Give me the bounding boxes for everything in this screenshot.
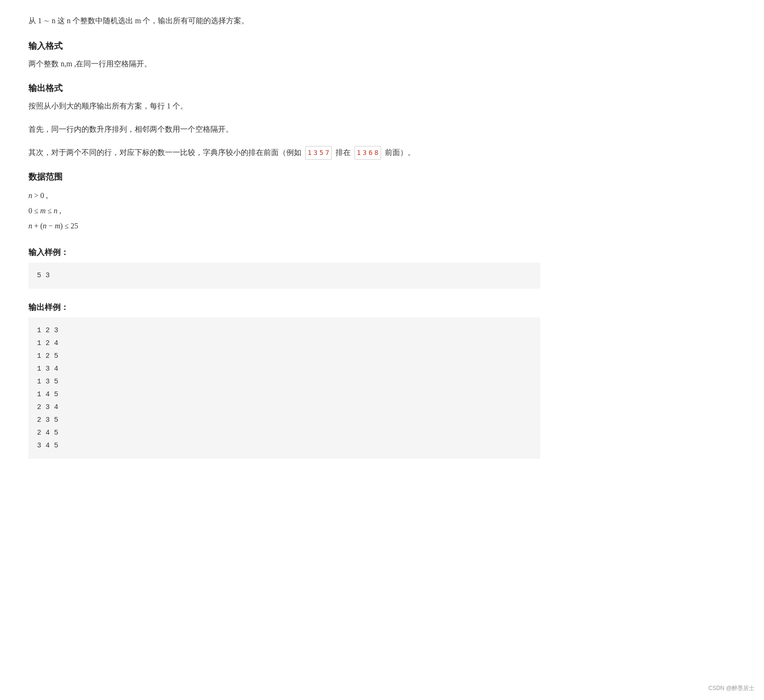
example2-num2: 3: [363, 147, 366, 159]
example1-num3: 5: [319, 147, 323, 159]
list-item: 1 4 5: [37, 388, 532, 401]
output-format-section: 输出格式 按照从小到大的顺序输出所有方案，每行 1 个。 首先，同一行内的数升序…: [28, 82, 540, 160]
list-item: 1 3 4: [37, 363, 532, 375]
list-item: 1 2 4: [37, 337, 532, 350]
example2-num3: 6: [369, 147, 373, 159]
output-sample-section: 输出样例： 1 2 31 2 41 2 51 3 41 3 51 4 52 3 …: [28, 302, 540, 459]
list-item: 2 4 5: [37, 427, 532, 439]
input-sample-content: 5 3: [28, 263, 540, 289]
list-item: 3 4 5: [37, 439, 532, 452]
output-format-line3: 其次，对于两个不同的行，对应下标的数一一比较，字典序较小的排在前面（例如 1 3…: [28, 146, 540, 160]
data-range-line3: n + (n − m) ≤ 25: [28, 218, 540, 234]
output-format-line3-prefix: 其次，对于两个不同的行，对应下标的数一一比较，字典序较小的排在前面（例如: [28, 148, 301, 156]
output-format-line1: 按照从小到大的顺序输出所有方案，每行 1 个。: [28, 100, 540, 113]
list-item: 1 2 5: [37, 350, 532, 363]
list-item: 1 2 3: [37, 324, 532, 337]
list-item: 2 3 4: [37, 401, 532, 414]
input-format-section: 输入格式 两个整数 n,m ,在同一行用空格隔开。: [28, 40, 540, 71]
output-sample-label: 输出样例：: [28, 302, 540, 313]
input-format-content: 两个整数 n,m ,在同一行用空格隔开。: [28, 57, 540, 71]
data-range-line1: n > 0 ,: [28, 188, 540, 203]
page-container: 从 1 ∼ n 这 n 个整数中随机选出 m 个，输出所有可能的选择方案。 输入…: [0, 0, 569, 500]
example1-num1: 1: [308, 147, 311, 159]
output-format-line3-middle: 排在: [336, 148, 351, 156]
input-sample-label: 输入样例：: [28, 247, 540, 258]
output-format-title: 输出格式: [28, 82, 540, 94]
output-sample-content: 1 2 31 2 41 2 51 3 41 3 51 4 52 3 42 3 5…: [28, 318, 540, 459]
output-format-line2: 首先，同一行内的数升序排列，相邻两个数用一个空格隔开。: [28, 123, 540, 136]
example2-num1: 1: [357, 147, 361, 159]
input-sample-section: 输入样例： 5 3: [28, 247, 540, 289]
list-item: 2 3 5: [37, 414, 532, 427]
input-format-title: 输入格式: [28, 40, 540, 52]
example1-box: 1 3 5 7: [305, 146, 332, 160]
example1-num4: 7: [325, 147, 329, 159]
output-format-line3-suffix: 前面）。: [385, 148, 415, 156]
list-item: 1 3 5: [37, 375, 532, 388]
example2-num4: 8: [374, 147, 378, 159]
intro-text: 从 1 ∼ n 这 n 个整数中随机选出 m 个，输出所有可能的选择方案。: [28, 14, 540, 27]
data-range-title: 数据范围: [28, 171, 540, 182]
example1-num2: 3: [313, 147, 317, 159]
data-range-line2: 0 ≤ m ≤ n ,: [28, 203, 540, 218]
watermark: CSDN @醉墨居士: [708, 684, 755, 692]
data-range-section: 数据范围 n > 0 , 0 ≤ m ≤ n , n + (n − m) ≤ 2…: [28, 171, 540, 234]
example2-box: 1 3 6 8: [355, 146, 381, 160]
